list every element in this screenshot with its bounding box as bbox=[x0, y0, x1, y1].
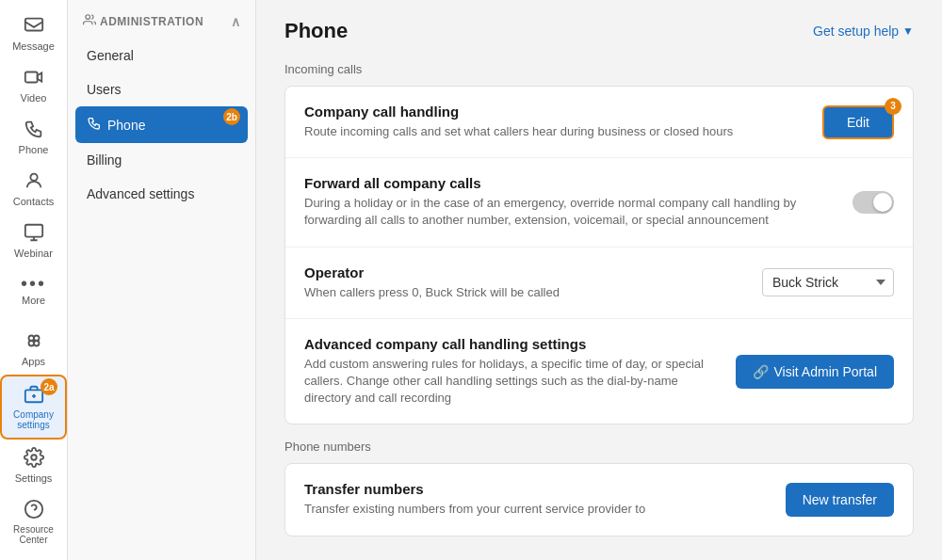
sidebar-item-message-label: Message bbox=[12, 40, 55, 52]
transfer-numbers-title: Transfer numbers bbox=[304, 481, 645, 497]
operator-select-container: Buck Strick bbox=[762, 268, 894, 296]
setup-help-link[interactable]: Get setup help ▼ bbox=[813, 24, 914, 39]
sidebar-item-apps-label: Apps bbox=[22, 356, 45, 367]
incoming-calls-card: Company call handling Route incoming cal… bbox=[284, 86, 914, 424]
operator-title: Operator bbox=[304, 264, 560, 280]
sidebar-item-settings[interactable]: Settings bbox=[0, 440, 67, 491]
admin-nav: Administration ∧ General Users 2b Phone … bbox=[68, 0, 256, 560]
sidebar-item-company-settings-label: Companysettings bbox=[13, 409, 54, 430]
operator-desc: When callers press 0, Buck Strick will b… bbox=[304, 284, 560, 301]
sidebar-item-phone-label: Phone bbox=[19, 144, 49, 155]
operator-row: Operator When callers press 0, Buck Stri… bbox=[285, 248, 913, 319]
apps-icon bbox=[24, 330, 44, 354]
operator-info: Operator When callers press 0, Buck Stri… bbox=[304, 264, 560, 301]
sidebar-item-phone[interactable]: Phone bbox=[0, 111, 67, 163]
admin-header-icon bbox=[83, 13, 96, 29]
phone-numbers-card: Transfer numbers Transfer existing numbe… bbox=[284, 463, 914, 536]
forward-calls-desc: During a holiday or in the case of an em… bbox=[304, 195, 822, 229]
forward-calls-info: Forward all company calls During a holid… bbox=[304, 175, 822, 229]
visit-admin-portal-action: 🔗 Visit Admin Portal bbox=[736, 355, 894, 389]
transfer-numbers-info: Transfer numbers Transfer existing numbe… bbox=[304, 481, 645, 518]
sidebar-item-message[interactable]: Message bbox=[0, 8, 67, 59]
badge-2b: 2b bbox=[223, 108, 240, 125]
svg-rect-3 bbox=[24, 225, 41, 237]
admin-nav-header-label: Administration bbox=[100, 15, 231, 28]
sidebar-item-resource-center[interactable]: ResourceCenter bbox=[0, 491, 67, 552]
phone-numbers-section-label: Phone numbers bbox=[284, 440, 914, 454]
page-title: Phone bbox=[284, 19, 348, 43]
visit-admin-portal-button[interactable]: 🔗 Visit Admin Portal bbox=[736, 355, 894, 389]
video-icon bbox=[24, 67, 44, 90]
sidebar-item-contacts[interactable]: Contacts bbox=[0, 163, 67, 215]
sidebar-item-settings-label: Settings bbox=[15, 472, 53, 484]
edit-button[interactable]: Edit 3 bbox=[822, 105, 894, 139]
company-call-handling-row: Company call handling Route incoming cal… bbox=[285, 87, 913, 158]
advanced-call-handling-desc: Add custom answering rules for holidays,… bbox=[304, 356, 721, 408]
svg-rect-1 bbox=[24, 72, 37, 83]
company-call-handling-info: Company call handling Route incoming cal… bbox=[304, 104, 733, 140]
transfer-numbers-desc: Transfer existing numbers from your curr… bbox=[304, 501, 645, 518]
badge-2a: 2a bbox=[41, 378, 57, 395]
admin-nav-item-users[interactable]: Users bbox=[68, 72, 255, 106]
transfer-numbers-row: Transfer numbers Transfer existing numbe… bbox=[285, 464, 913, 535]
resource-center-icon bbox=[24, 499, 44, 522]
company-call-handling-desc: Route incoming calls and set what caller… bbox=[304, 123, 733, 140]
advanced-call-handling-row: Advanced company call handling settings … bbox=[285, 319, 913, 424]
sidebar-item-resource-center-label: ResourceCenter bbox=[13, 524, 54, 545]
sidebar-item-apps[interactable]: Apps bbox=[0, 323, 67, 375]
sidebar-item-video[interactable]: Video bbox=[0, 59, 67, 111]
phone-nav-icon bbox=[87, 116, 102, 134]
link-icon: 🔗 bbox=[753, 364, 769, 379]
forward-calls-toggle-switch[interactable] bbox=[853, 191, 894, 214]
advanced-call-handling-info: Advanced company call handling settings … bbox=[304, 336, 721, 408]
admin-nav-item-advanced[interactable]: Advanced settings bbox=[68, 177, 255, 211]
admin-nav-item-phone[interactable]: 2b Phone bbox=[75, 106, 248, 143]
new-transfer-action: New transfer bbox=[786, 483, 894, 517]
toggle-knob bbox=[873, 193, 892, 212]
admin-nav-item-general[interactable]: General bbox=[68, 39, 255, 72]
forward-calls-title: Forward all company calls bbox=[304, 175, 822, 191]
webinar-icon bbox=[24, 222, 44, 246]
settings-icon bbox=[24, 447, 44, 471]
phone-icon bbox=[24, 119, 44, 142]
svg-point-11 bbox=[31, 455, 37, 460]
main-header: Phone Get setup help ▼ bbox=[284, 19, 914, 43]
company-call-handling-action: Edit 3 bbox=[822, 105, 894, 139]
sidebar: Message Video Phone Contacts Webinar •••… bbox=[0, 0, 68, 560]
new-transfer-button[interactable]: New transfer bbox=[786, 483, 894, 517]
sidebar-item-more-label: More bbox=[22, 295, 45, 306]
admin-nav-header: Administration ∧ bbox=[68, 0, 255, 39]
admin-nav-chevron[interactable]: ∧ bbox=[231, 14, 241, 29]
forward-calls-row: Forward all company calls During a holid… bbox=[285, 158, 913, 247]
contacts-icon bbox=[24, 170, 44, 194]
sidebar-item-webinar-label: Webinar bbox=[14, 248, 53, 259]
main-content: Phone Get setup help ▼ Incoming calls Co… bbox=[256, 0, 942, 560]
svg-point-7 bbox=[34, 341, 40, 346]
advanced-call-handling-title: Advanced company call handling settings bbox=[304, 336, 721, 352]
message-icon bbox=[24, 15, 44, 39]
sidebar-item-company-settings[interactable]: 2a Companysettings bbox=[0, 375, 67, 440]
company-call-handling-title: Company call handling bbox=[304, 104, 733, 120]
svg-point-2 bbox=[30, 174, 37, 181]
more-icon: ••• bbox=[21, 274, 46, 293]
badge-3: 3 bbox=[885, 98, 901, 115]
operator-select[interactable]: Buck Strick bbox=[762, 268, 894, 296]
incoming-calls-section-label: Incoming calls bbox=[284, 62, 914, 76]
sidebar-item-more[interactable]: ••• More bbox=[0, 266, 67, 313]
svg-point-14 bbox=[86, 15, 90, 20]
sidebar-item-video-label: Video bbox=[21, 92, 47, 104]
sidebar-item-contacts-label: Contacts bbox=[13, 196, 54, 207]
sidebar-item-webinar[interactable]: Webinar bbox=[0, 215, 67, 266]
forward-calls-toggle[interactable] bbox=[853, 191, 894, 214]
admin-nav-item-billing[interactable]: Billing bbox=[68, 143, 255, 177]
chevron-down-icon: ▼ bbox=[902, 24, 914, 38]
svg-rect-0 bbox=[24, 19, 41, 31]
